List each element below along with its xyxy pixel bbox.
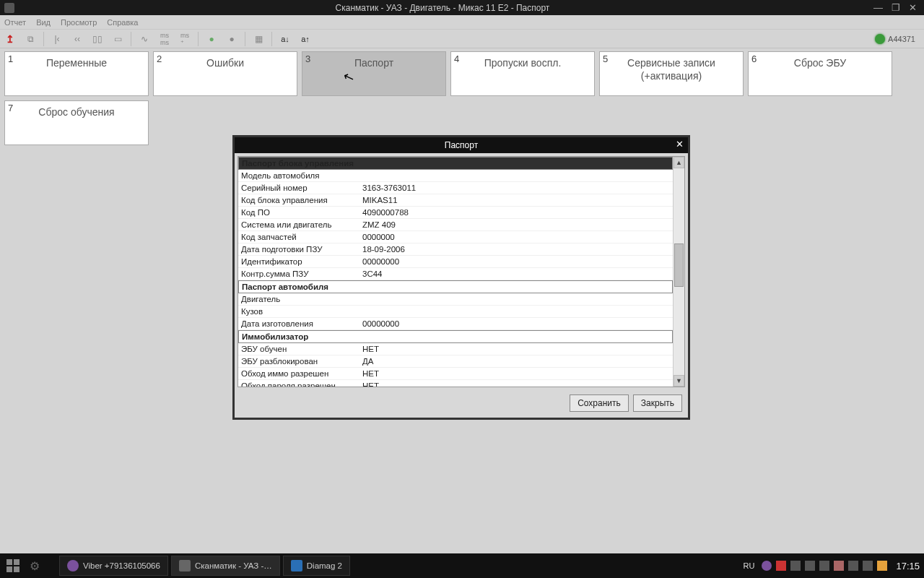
tab-variables[interactable]: 1Переменные (4, 51, 149, 96)
menu-browse[interactable]: Просмотр (61, 18, 97, 27)
scroll-up-icon[interactable]: ▲ (674, 157, 684, 168)
maximize-button[interactable]: ❐ (892, 2, 900, 13)
record-green-icon[interactable]: ● (204, 32, 219, 46)
window-titlebar: Сканматик - УАЗ - Двигатель - Микас 11 Е… (0, 0, 924, 15)
image-icon[interactable]: ▦ (251, 32, 266, 46)
section-ecu-passport: Паспорт блока управления (238, 157, 673, 170)
table-row: Дата подготовки ПЗУ18-09-2006 (238, 243, 673, 256)
table-row: Код ПО4090000788 (238, 207, 673, 219)
menu-report[interactable]: Отчет (4, 18, 26, 27)
scroll-thumb[interactable] (674, 243, 684, 287)
tab-errors[interactable]: 2Ошибки (153, 51, 297, 96)
tab-reset-learn[interactable]: 7Сброс обучения (4, 100, 149, 145)
section-vehicle-passport: Паспорт автомобиля (238, 280, 673, 293)
menu-help[interactable]: Справка (107, 18, 138, 27)
language-indicator[interactable]: RU (744, 561, 755, 570)
table-row: Контр.сумма ПЗУ3C44 (238, 268, 673, 280)
ms-plus-icon[interactable]: ms⁺ (178, 32, 192, 46)
table-row: ЭБУ разблокированДА (238, 355, 673, 368)
menubar: Отчет Вид Просмотр Справка (0, 15, 924, 30)
svg-rect-3 (14, 566, 19, 572)
table-row: Код запчастей0000000 (238, 231, 673, 243)
scanmatik-icon (179, 560, 191, 571)
diamag-icon (291, 560, 302, 571)
prev-icon[interactable]: ‹‹ (70, 32, 84, 46)
dialog-scrollbar[interactable]: ▲ ▼ (673, 157, 684, 387)
tray-network-icon[interactable] (848, 561, 858, 571)
passport-dialog: Паспорт ✕ Паспорт блока управления Модел… (232, 135, 690, 420)
tray-red-icon[interactable] (776, 561, 786, 571)
dialog-titlebar[interactable]: Паспорт ✕ (235, 137, 688, 153)
tab-service[interactable]: 5Сервисные записи (+активация) (599, 51, 744, 96)
taskbar: ⚙ Viber +79136105066 Сканматик - УАЗ -… … (0, 553, 924, 578)
stop-icon[interactable]: ▭ (110, 32, 125, 46)
table-row: Обход пароля разрешенНЕТ (238, 380, 673, 387)
tab-passport[interactable]: 3Паспорт (302, 51, 446, 96)
back-icon[interactable]: ↥ (3, 32, 17, 46)
table-row: Идентификатор00000000 (238, 256, 673, 268)
tray-brown-icon[interactable] (834, 561, 844, 571)
pause-icon[interactable]: ▯▯ (90, 32, 105, 46)
toolbar: ↥ ⧉ |‹ ‹‹ ▯▯ ▭ ∿ msms ms⁺ ● ● ▦ a↓ a↑ A4… (0, 30, 924, 48)
start-button[interactable] (0, 553, 26, 578)
minimize-button[interactable]: — (873, 2, 883, 13)
table-row: Дата изготовления00000000 (238, 318, 673, 330)
tray-gray-icon[interactable] (790, 561, 801, 571)
table-row: Двигатель (238, 293, 673, 306)
tab-reset-ecu[interactable]: 6Сброс ЭБУ (748, 51, 892, 96)
dialog-body: Паспорт блока управления Модель автомоби… (237, 156, 685, 387)
clock[interactable]: 17:15 (896, 561, 920, 571)
close-button[interactable]: ✕ (909, 2, 917, 13)
taskbar-app-scanmatik[interactable]: Сканматик - УАЗ -… (171, 556, 280, 576)
dialog-title-text: Паспорт (445, 140, 478, 150)
window-title: Сканматик - УАЗ - Двигатель - Микас 11 Е… (19, 3, 866, 13)
taskbar-app-viber[interactable]: Viber +79136105066 (59, 556, 168, 576)
tab-misfires[interactable]: 4Пропуски воспл. (450, 51, 595, 96)
section-immobilizer: Иммобилизатор (238, 330, 673, 343)
table-row: Серийный номер3163-3763011 (238, 182, 673, 194)
table-row: Кузов (238, 306, 673, 318)
first-icon[interactable]: |‹ (50, 32, 64, 46)
sort-desc-icon[interactable]: a↑ (298, 32, 313, 46)
tray-viber-icon[interactable] (762, 561, 772, 571)
svg-rect-2 (6, 566, 12, 572)
tab-grid: 1Переменные 2Ошибки 3Паспорт 4Пропуски в… (0, 48, 924, 148)
taskbar-app-diamag[interactable]: Diamag 2 (283, 556, 350, 576)
wave-icon[interactable]: ∿ (137, 32, 152, 46)
svg-rect-1 (14, 559, 19, 565)
connection-ok-icon (875, 34, 885, 44)
table-row: Код блока управленияMIKAS11 (238, 194, 673, 207)
record-gray-icon[interactable]: ● (225, 32, 239, 46)
app-icon (4, 3, 14, 13)
system-tray: RU 17:15 (744, 561, 924, 571)
svg-rect-0 (6, 559, 12, 565)
scroll-down-icon[interactable]: ▼ (674, 375, 684, 387)
table-row: Система или двигательZMZ 409 (238, 219, 673, 231)
dialog-close-icon[interactable]: ✕ (676, 139, 684, 150)
sort-asc-icon[interactable]: a↓ (278, 32, 292, 46)
menu-view[interactable]: Вид (36, 18, 51, 27)
table-row: Модель автомобиля (238, 170, 673, 182)
save-button[interactable]: Сохранить (570, 394, 629, 412)
ms-icon[interactable]: msms (157, 32, 172, 46)
settings-icon[interactable]: ⚙ (26, 559, 43, 573)
table-row: ЭБУ обученНЕТ (238, 343, 673, 355)
connection-badge: A44371 (875, 34, 921, 44)
tray-usb-icon[interactable] (819, 561, 829, 571)
tray-monitor-icon[interactable] (805, 561, 815, 571)
tray-volume-icon[interactable] (863, 561, 873, 571)
close-dialog-button[interactable]: Закрыть (633, 394, 682, 412)
tray-shield-icon[interactable] (877, 561, 887, 571)
table-row: Обход иммо разрешенНЕТ (238, 368, 673, 380)
viber-icon (67, 560, 79, 571)
copy-icon[interactable]: ⧉ (23, 32, 38, 46)
